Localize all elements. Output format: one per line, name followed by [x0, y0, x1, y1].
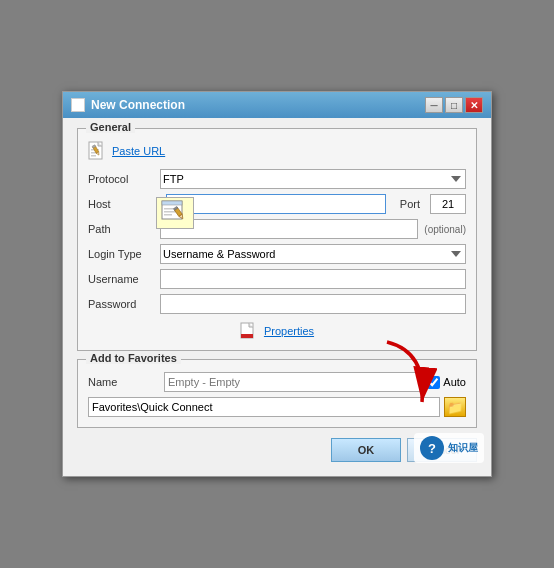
protocol-row: Protocol FTP SFTP FTPS HTTP HTTPS — [88, 169, 466, 189]
title-bar-buttons: ─ □ ✕ — [425, 97, 483, 113]
port-label: Port — [400, 198, 420, 210]
general-group: General — [77, 128, 477, 351]
login-type-label: Login Type — [88, 248, 160, 260]
host-label: Host — [88, 198, 160, 210]
minimize-button[interactable]: ─ — [425, 97, 443, 113]
username-input[interactable] — [160, 269, 466, 289]
favorites-path-row: 📁 — [88, 397, 466, 417]
dialog-buttons: OK Cancel — [77, 438, 477, 462]
password-input[interactable] — [160, 294, 466, 314]
general-group-title: General — [86, 121, 135, 133]
window-body: General — [63, 118, 491, 476]
password-row: Password — [88, 294, 466, 314]
properties-row: Properties — [88, 322, 466, 340]
window-icon: 🖥 — [71, 98, 85, 112]
svg-rect-16 — [241, 334, 253, 338]
username-row: Username — [88, 269, 466, 289]
username-label: Username — [88, 273, 160, 285]
name-input[interactable] — [164, 372, 423, 392]
auto-checkbox[interactable] — [427, 376, 440, 389]
new-connection-dialog: 🖥 New Connection ─ □ ✕ General — [62, 91, 492, 477]
svg-rect-8 — [162, 201, 182, 205]
paste-url-row: Paste URL — [88, 141, 466, 161]
maximize-button[interactable]: □ — [445, 97, 463, 113]
cancel-button[interactable]: Cancel — [407, 438, 477, 462]
folder-icon: 📁 — [447, 400, 463, 415]
favorites-path-input[interactable] — [88, 397, 440, 417]
ok-button[interactable]: OK — [331, 438, 401, 462]
protocol-label: Protocol — [88, 173, 160, 185]
svg-rect-11 — [164, 214, 172, 216]
title-bar: 🖥 New Connection ─ □ ✕ — [63, 92, 491, 118]
path-label: Path — [88, 223, 160, 235]
svg-rect-10 — [164, 211, 176, 213]
name-row: Name Auto — [88, 372, 466, 392]
auto-checkbox-container: Auto — [427, 376, 466, 389]
path-row: Path (optional) — [88, 219, 466, 239]
properties-label[interactable]: Properties — [264, 325, 314, 337]
svg-rect-3 — [91, 155, 96, 157]
password-label: Password — [88, 298, 160, 310]
close-button[interactable]: ✕ — [465, 97, 483, 113]
login-type-row: Login Type Username & Password Anonymous… — [88, 244, 466, 264]
port-input[interactable] — [430, 194, 466, 214]
paste-url-icon — [88, 141, 106, 161]
paste-url-label[interactable]: Paste URL — [112, 145, 165, 157]
favorites-group-title: Add to Favorites — [86, 352, 181, 364]
window-title: New Connection — [91, 98, 185, 112]
host-row: Host Port — [88, 194, 466, 214]
name-label: Name — [88, 376, 160, 388]
path-input[interactable] — [160, 219, 418, 239]
favorites-group: Add to Favorites Name Auto 📁 — [77, 359, 477, 428]
login-type-select[interactable]: Username & Password Anonymous Ask for pa… — [160, 244, 466, 264]
title-bar-left: 🖥 New Connection — [71, 98, 185, 112]
host-input[interactable] — [166, 194, 386, 214]
auto-label: Auto — [443, 376, 466, 388]
properties-icon — [240, 322, 258, 340]
protocol-select[interactable]: FTP SFTP FTPS HTTP HTTPS — [160, 169, 466, 189]
optional-label: (optional) — [424, 224, 466, 235]
folder-browse-button[interactable]: 📁 — [444, 397, 466, 417]
path-edit-icon — [156, 197, 194, 229]
